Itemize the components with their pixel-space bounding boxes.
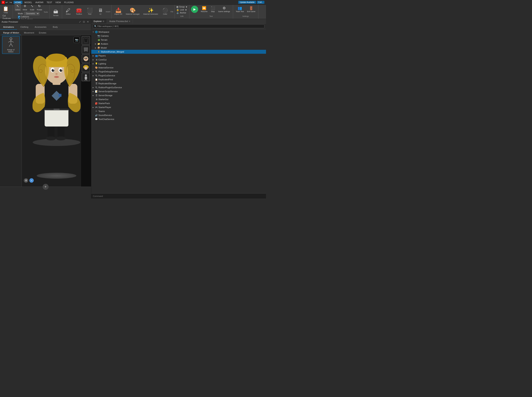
stop-btn[interactable]: ⬛ Stop	[209, 6, 216, 13]
avatar-viewport[interactable]: 📷	[22, 35, 91, 186]
tree-item-roblox-plugin-gui[interactable]: ▶ 🔌 RobloxPluginGuiService	[91, 86, 266, 89]
starter-gui-label: StarterGui	[98, 98, 108, 100]
mode-dropdown[interactable]: Geometric	[24, 12, 39, 15]
tree-item-starter-pack[interactable]: 🎒 StarterPack	[91, 101, 266, 105]
tree-item-camera[interactable]: 📷 Camera	[91, 34, 266, 38]
tab-clothing[interactable]: Clothing	[17, 25, 31, 30]
ui-btn[interactable]: 🖥 UI	[95, 7, 105, 16]
svg-point-39	[83, 56, 88, 61]
tree-item-coregui[interactable]: ▶ 🖥 CoreGui	[91, 58, 266, 62]
cut-btn[interactable]: Cut	[2, 14, 12, 17]
tree-item-avatars[interactable]: ▶ 📁 Avatars	[91, 42, 266, 46]
tree-item-stylized-human[interactable]: 🧍 StylizedHuman_Merged	[91, 50, 266, 54]
tab-accessories[interactable]: Accessories	[31, 25, 50, 30]
filter-box[interactable]: 🔍 Filter workspace (⇧⌘X)	[93, 24, 264, 28]
team-test-btn[interactable]: 👥 Team Test	[235, 6, 245, 13]
terrain-section: 🏔 Terrain	[50, 5, 62, 19]
material-generator-btn[interactable]: ✨ Material Generator	[142, 7, 160, 16]
tree-item-server-storage[interactable]: ▶ 🗄 ServerStorage	[91, 93, 266, 97]
update-available-btn[interactable]: Update Available	[238, 1, 256, 4]
exit-game-btn[interactable]: 🚪 Exit Game	[246, 6, 257, 13]
pause-btn[interactable]: ⏸	[24, 178, 28, 183]
lighting-label: Lighting	[98, 62, 106, 65]
import-3d-btn[interactable]: 📥 Import 3D	[113, 7, 124, 16]
move-tool-btn[interactable]: ✛ Move	[22, 3, 28, 11]
tree-item-plugin-gui[interactable]: ▶ 🔌 PluginGuiService	[91, 74, 266, 78]
undo-icon[interactable]: ↩	[6, 1, 9, 4]
tab-avatar-preview[interactable]: Avatar Preview.rbxl ✕	[107, 19, 133, 23]
tree-item-sound-service[interactable]: 🔊 SoundService	[91, 113, 266, 117]
loop-btn[interactable]: ●	[29, 178, 34, 183]
tree-item-teams[interactable]: 🏳 Teams	[91, 109, 266, 113]
teams-icon: 🏳	[95, 110, 98, 113]
tree-item-replicated-storage[interactable]: 🗄 ReplicatedStorage	[91, 81, 266, 86]
select-tool-btn[interactable]: ↖ Select	[14, 3, 21, 11]
tree-item-material-service[interactable]: 🎨 MaterialService	[91, 66, 266, 70]
animation-item-range-of-motion[interactable]: Range ofMotion	[2, 36, 20, 54]
subtab-range-of-motion[interactable]: Range of Motion	[2, 31, 21, 35]
color-btn[interactable]: ⚫ Color	[160, 7, 170, 16]
rotate-tool-btn[interactable]: ↻ Rotate	[36, 3, 43, 11]
subtab-emotes[interactable]: Emotes	[37, 31, 48, 35]
svg-point-47	[85, 74, 87, 76]
lock-dropdown-icon[interactable]: ▼	[185, 9, 187, 11]
replicated-storage-label: ReplicatedStorage	[98, 82, 116, 85]
part-btn[interactable]: ⬛ Part	[85, 7, 95, 16]
avatar-panel: Avatar Previewer ⤢ ⊡ ✕ Animations Clothi…	[0, 19, 91, 198]
terrain-btn[interactable]: 🏔 Terrain	[51, 8, 61, 17]
panel-close-btn[interactable]: ✕	[86, 20, 89, 23]
tree-item-text-chat[interactable]: 💬 TextChatService	[91, 117, 266, 121]
tab-body[interactable]: Body	[50, 25, 61, 30]
toolbox-btn[interactable]: 🧰 Toolbox	[74, 7, 84, 16]
tree-item-terrain[interactable]: 🏔 Terrain	[91, 38, 266, 42]
tree-item-plugin-debug[interactable]: ▶ 🔌 PluginDebugService	[91, 70, 266, 74]
redo-icon[interactable]: ↪	[10, 1, 13, 4]
play-btn[interactable]: ▶	[191, 6, 198, 13]
model-icon: 📦	[97, 46, 100, 49]
coll-btn[interactable]: Coll...	[257, 1, 264, 4]
scale-tool-btn[interactable]: ⤡ Scale	[29, 3, 35, 11]
menu-item-view[interactable]: VIEW	[54, 1, 62, 4]
thumb-body-shape[interactable]	[81, 73, 90, 81]
panel-popout-btn[interactable]: ⤢	[78, 20, 81, 23]
tree-item-workspace[interactable]: ▼ 🌐 Workspace	[91, 30, 266, 34]
avatar-preview-close-icon[interactable]: ✕	[129, 20, 130, 22]
app-logo: R	[2, 1, 5, 4]
menu-item-plugins[interactable]: PLUGINS	[63, 1, 75, 4]
editor-btn[interactable]: 🖊 Editor	[63, 7, 73, 16]
tab-explorer[interactable]: Explorer ⚙	[91, 19, 107, 23]
svg-point-2	[10, 38, 12, 40]
tree-item-players[interactable]: ▶ 👥 Players	[91, 54, 266, 58]
game-settings-btn[interactable]: ⚙ Game Settings	[217, 6, 231, 13]
starter-pack-icon: 🎒	[95, 102, 98, 105]
scale-icon: ⤡	[30, 4, 35, 8]
tree-item-model[interactable]: ▶ 📦 Model	[91, 46, 266, 50]
clipboard-large-btn[interactable]: 📋 Copy	[1, 6, 10, 14]
server-script-arrow: ▶	[92, 91, 94, 93]
group-dropdown-icon[interactable]: ▼	[185, 6, 188, 8]
resume-btn[interactable]: ⏩ Resume	[200, 6, 209, 13]
explorer-tree[interactable]: ▼ 🌐 Workspace 📷 Camera 🏔 Terrain ▶ 📁 Ava	[91, 29, 266, 193]
tree-item-starter-gui[interactable]: 🖥 StarterGui	[91, 97, 266, 101]
tab-animations[interactable]: Animations	[0, 25, 17, 30]
panel-controls: ⤢ ⊡ ✕	[78, 20, 89, 23]
thumb-shirt[interactable]	[81, 36, 90, 45]
collisions-checkbox[interactable]	[18, 16, 20, 18]
tree-item-lighting[interactable]: ▶ 💡 Lighting	[91, 62, 266, 66]
menu-item-test[interactable]: TEST	[45, 1, 53, 4]
thumb-hair[interactable]	[81, 63, 90, 72]
material-manager-btn[interactable]: 🎨 Material Manager	[124, 7, 141, 16]
add-item-btn[interactable]: +	[43, 184, 49, 190]
server-storage-label: ServerStorage	[98, 94, 113, 97]
tree-item-replicated-first[interactable]: 📋 ReplicatedFirst	[91, 78, 266, 81]
panel-expand-btn[interactable]: ⊡	[82, 20, 86, 23]
explorer-settings-icon[interactable]: ⚙	[103, 20, 104, 22]
clipboard-section: 📋 Copy Cut Duplicate Clipboard	[0, 5, 13, 19]
command-input[interactable]	[93, 195, 264, 197]
subtab-movement[interactable]: Movement	[22, 31, 36, 35]
thumb-pants[interactable]	[81, 45, 90, 54]
thumb-face[interactable]	[81, 54, 90, 63]
tree-item-starter-player[interactable]: ▶ 🎮 StarterPlayer	[91, 105, 266, 109]
tree-item-server-script[interactable]: ▶ 📝 ServerScriptService	[91, 89, 266, 93]
roblox-plugin-gui-icon: 🔌	[95, 86, 98, 89]
